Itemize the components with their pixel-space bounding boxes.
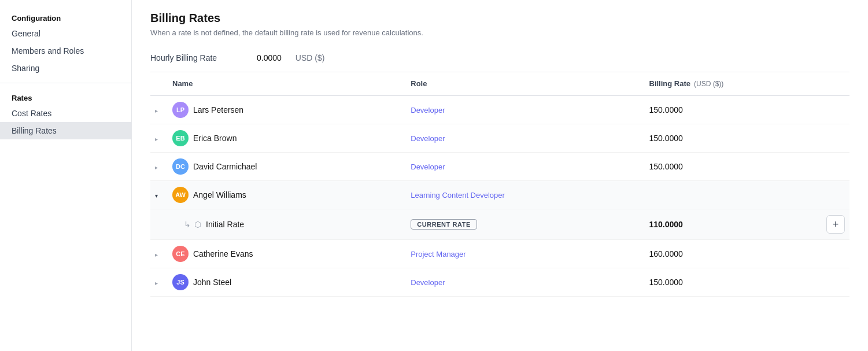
page-subtitle: When a rate is not defined, the default … xyxy=(150,28,849,37)
add-rate-button[interactable]: + xyxy=(826,215,845,234)
th-billing-currency: (USD ($)) xyxy=(694,80,723,88)
member-name: Erica Brown xyxy=(193,134,237,143)
sub-row-name-cell: ↳ ⬡ Initial Rate xyxy=(168,209,406,240)
table-row: ▸ CE Catherine Evans Project Manager 160… xyxy=(150,240,849,268)
sub-row-rate: 110.0000 xyxy=(649,220,683,229)
row-chevron[interactable]: ▸ xyxy=(150,153,168,181)
hourly-rate-row: Hourly Billing Rate 0.0000 USD ($) xyxy=(150,49,849,72)
hourly-rate-value: 0.0000 xyxy=(257,53,282,62)
row-rate-cell: 150.0000 xyxy=(645,124,815,153)
table-row: ▸ DC David Carmichael Developer 150.0000 xyxy=(150,153,849,181)
member-role: Developer xyxy=(411,106,445,114)
sidebar-item-members-roles[interactable]: Members and Roles xyxy=(0,42,131,60)
row-rate-cell xyxy=(645,181,815,209)
row-chevron[interactable]: ▸ xyxy=(150,124,168,153)
sidebar-item-general[interactable]: General xyxy=(0,25,131,42)
avatar: LP xyxy=(172,102,189,118)
member-role: Developer xyxy=(411,278,445,287)
sidebar-item-cost-rates[interactable]: Cost Rates xyxy=(0,105,131,122)
row-chevron[interactable]: ▸ xyxy=(150,268,168,297)
row-name-cell: JS John Steel xyxy=(168,268,406,297)
row-chevron[interactable]: ▸ xyxy=(150,240,168,268)
arrow-icon: ↳ xyxy=(184,220,191,229)
row-role-cell: Project Manager xyxy=(406,240,644,268)
member-role: Project Manager xyxy=(411,250,466,258)
main-content: Billing Rates When a rate is not defined… xyxy=(132,0,868,351)
row-rate-cell: 150.0000 xyxy=(645,153,815,181)
sidebar-rates-title: Rates xyxy=(0,89,131,105)
member-name: John Steel xyxy=(193,278,231,287)
row-action-cell xyxy=(815,124,849,153)
row-role-cell: Learning Content Developer xyxy=(406,181,644,209)
member-rate: 160.0000 xyxy=(649,249,683,258)
avatar: EB xyxy=(172,130,189,146)
sub-row-indent xyxy=(150,209,168,240)
member-role: Learning Content Developer xyxy=(411,191,505,199)
member-rate: 150.0000 xyxy=(649,134,683,143)
th-role: Role xyxy=(406,72,644,95)
th-name: Name xyxy=(168,72,406,95)
sidebar-configuration-title: Configuration xyxy=(0,9,131,25)
row-name-cell: DC David Carmichael xyxy=(168,153,406,181)
table-row: ▾ AW Angel Williams Learning Content Dev… xyxy=(150,181,849,209)
avatar: JS xyxy=(172,274,189,290)
row-name-cell: CE Catherine Evans xyxy=(168,240,406,268)
row-name-cell: EB Erica Brown xyxy=(168,124,406,153)
avatar: AW xyxy=(172,187,189,203)
th-billing-rate-label: Billing Rate xyxy=(649,79,691,88)
member-role: Developer xyxy=(411,134,445,143)
sidebar-item-sharing[interactable]: Sharing xyxy=(0,60,131,77)
sub-row-action-cell: + xyxy=(815,209,849,240)
row-rate-cell: 160.0000 xyxy=(645,240,815,268)
row-action-cell xyxy=(815,153,849,181)
page-title: Billing Rates xyxy=(150,12,849,25)
row-action-cell xyxy=(815,268,849,297)
row-role-cell: Developer xyxy=(406,124,644,153)
avatar: CE xyxy=(172,246,189,262)
sub-row: ↳ ⬡ Initial Rate CURRENT RATE 110.0000 + xyxy=(150,209,849,240)
member-rate: 150.0000 xyxy=(649,105,683,114)
hourly-rate-currency: USD ($) xyxy=(296,53,325,62)
th-action xyxy=(815,72,849,95)
current-rate-badge: CURRENT RATE xyxy=(411,219,477,230)
billing-rates-table: Name Role Billing Rate (USD ($)) ▸ LP La… xyxy=(150,72,849,297)
sidebar: Configuration General Members and Roles … xyxy=(0,0,132,351)
row-action-cell xyxy=(815,95,849,124)
row-action-cell xyxy=(815,240,849,268)
row-chevron[interactable]: ▸ xyxy=(150,95,168,124)
member-name: David Carmichael xyxy=(193,162,257,171)
table-row: ▸ LP Lars Petersen Developer 150.0000 xyxy=(150,95,849,124)
member-name: Catherine Evans xyxy=(193,249,253,258)
avatar: DC xyxy=(172,158,189,175)
hourly-rate-label: Hourly Billing Rate xyxy=(150,53,243,62)
row-role-cell: Developer xyxy=(406,268,644,297)
member-role: Developer xyxy=(411,162,445,171)
row-action-cell xyxy=(815,181,849,209)
table-row: ▸ JS John Steel Developer 150.0000 xyxy=(150,268,849,297)
th-expand xyxy=(150,72,168,95)
member-rate: 150.0000 xyxy=(649,162,683,171)
sub-row-role-cell: CURRENT RATE xyxy=(406,209,644,240)
rate-icon: ⬡ xyxy=(194,220,201,229)
row-role-cell: Developer xyxy=(406,95,644,124)
row-rate-cell: 150.0000 xyxy=(645,268,815,297)
row-name-cell: AW Angel Williams xyxy=(168,181,406,209)
row-chevron[interactable]: ▾ xyxy=(150,181,168,209)
sub-row-rate-cell: 110.0000 xyxy=(645,209,815,240)
row-name-cell: LP Lars Petersen xyxy=(168,95,406,124)
member-name: Lars Petersen xyxy=(193,105,243,114)
row-role-cell: Developer xyxy=(406,153,644,181)
sidebar-item-billing-rates[interactable]: Billing Rates xyxy=(0,122,131,139)
row-rate-cell: 150.0000 xyxy=(645,95,815,124)
table-header-row: Name Role Billing Rate (USD ($)) xyxy=(150,72,849,95)
member-rate: 150.0000 xyxy=(649,278,683,287)
sub-row-label: Initial Rate xyxy=(206,220,244,229)
member-name: Angel Williams xyxy=(193,190,246,199)
th-billing-rate: Billing Rate (USD ($)) xyxy=(645,72,815,95)
table-row: ▸ EB Erica Brown Developer 150.0000 xyxy=(150,124,849,153)
